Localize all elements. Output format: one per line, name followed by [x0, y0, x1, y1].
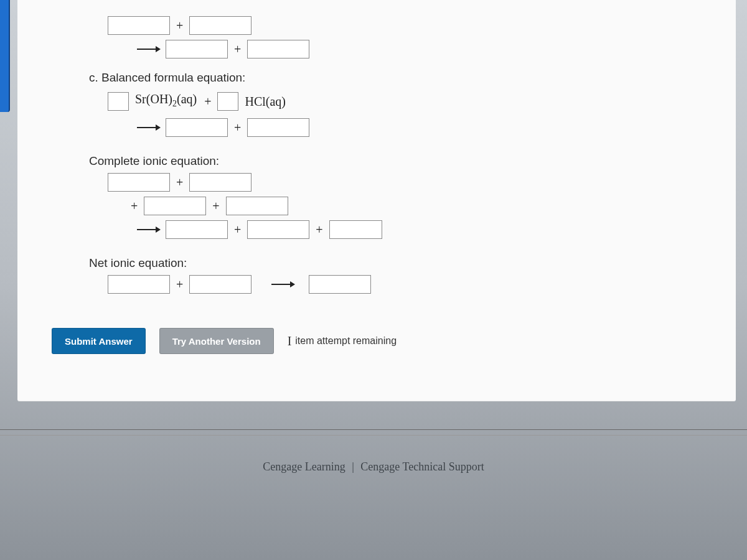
input-box[interactable] [166, 40, 228, 58]
complete-row-1: + [108, 173, 736, 192]
reaction-arrow-icon [136, 45, 161, 54]
horizontal-divider [0, 429, 747, 436]
reaction-arrow-icon [136, 123, 161, 132]
reaction-arrow-icon [136, 225, 161, 234]
plus-sign: + [203, 92, 212, 111]
section-c-label: c. Balanced formula equation: [89, 71, 736, 85]
input-box[interactable] [247, 40, 309, 58]
reagent-2-label: HCl(aq) [243, 92, 287, 111]
input-box[interactable] [108, 16, 170, 35]
plus-sign: + [211, 197, 220, 215]
plus-sign: + [314, 220, 324, 239]
footer-separator: | [348, 460, 358, 473]
plus-sign: + [233, 220, 242, 239]
submit-button[interactable]: Submit Answer [52, 328, 146, 354]
balanced-row-1: Sr(OH)2(aq) + HCl(aq) [108, 90, 736, 113]
input-box[interactable] [144, 197, 206, 215]
reaction-arrow-icon [270, 280, 295, 289]
input-box[interactable] [309, 275, 371, 294]
footer-support-link[interactable]: Cengage Technical Support [360, 460, 484, 473]
input-box[interactable] [189, 275, 251, 294]
input-box[interactable] [108, 173, 170, 192]
input-box[interactable] [247, 118, 309, 137]
plus-sign: + [233, 118, 242, 137]
attempts-label: item attempt remaining [295, 335, 397, 347]
coefficient-box[interactable] [108, 92, 129, 111]
try-another-button[interactable]: Try Another Version [159, 328, 274, 354]
input-box[interactable] [247, 220, 309, 239]
complete-row-2: + + [129, 197, 736, 215]
input-box[interactable] [189, 173, 251, 192]
complete-ionic-label: Complete ionic equation: [89, 154, 736, 168]
plus-sign: + [129, 197, 139, 215]
input-box[interactable] [166, 118, 228, 137]
input-box[interactable] [108, 275, 170, 294]
question-card: + + c. Balanced formula equation: Sr(OH)… [17, 0, 736, 401]
plus-sign: + [175, 275, 184, 294]
reagent-1-label: Sr(OH)2(aq) [134, 90, 198, 113]
footer-brand-link[interactable]: Cengage Learning [263, 460, 345, 473]
text-cursor-icon: I [288, 335, 292, 347]
prev-row-2: + [136, 40, 736, 58]
input-box[interactable] [329, 220, 382, 239]
attempts-remaining: I item attempt remaining [288, 335, 397, 347]
balanced-row-2: + [136, 118, 736, 137]
prev-row-1: + [108, 5, 736, 35]
input-box[interactable] [189, 16, 251, 35]
plus-sign: + [175, 16, 184, 35]
input-box[interactable] [166, 220, 228, 239]
plus-sign: + [233, 40, 242, 58]
complete-row-3: + + [136, 220, 736, 239]
coefficient-box[interactable] [217, 92, 238, 111]
net-ionic-label: Net ionic equation: [89, 256, 736, 270]
input-box[interactable] [226, 197, 288, 215]
plus-sign: + [175, 173, 184, 192]
sidebar-accent [0, 0, 10, 112]
footer: Cengage Learning | Cengage Technical Sup… [0, 460, 747, 474]
button-bar: Submit Answer Try Another Version I item… [52, 328, 736, 354]
net-row: + [108, 275, 736, 294]
viewport: + + c. Balanced formula equation: Sr(OH)… [0, 0, 747, 560]
